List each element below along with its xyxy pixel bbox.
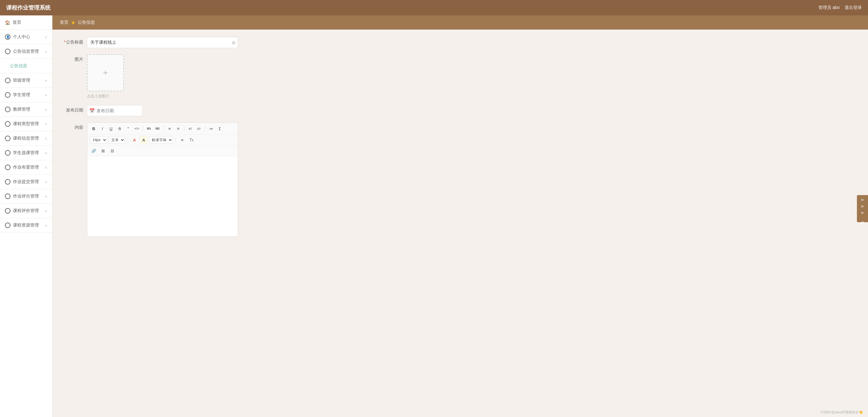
toolbar-row1: B I U S " </> H1 H2 ≡ ≡ x2 x2 <box>87 123 238 135</box>
right-panel-item-3[interactable]: A <box>860 211 865 215</box>
sidebar-item-homework-submit-mgmt[interactable]: 作业提交管理 ∨ <box>0 175 52 189</box>
image-label: 图片 <box>62 54 87 62</box>
code-button[interactable]: </> <box>133 125 141 132</box>
italic-button[interactable]: I <box>98 125 106 132</box>
toolbar-separator <box>143 126 143 131</box>
chevron-down-icon: ∨ <box>45 122 47 126</box>
course-type-icon <box>5 121 10 127</box>
homework-grade-icon <box>5 194 10 199</box>
sidebar-item-homework-grade-mgmt[interactable]: 作业评分管理 ∨ <box>0 189 52 204</box>
insert-link-button[interactable]: 🔗 <box>90 147 98 155</box>
sidebar-item-homework-mgmt[interactable]: 作业布置管理 ∨ <box>0 160 52 175</box>
sidebar-item-course-mgmt[interactable]: 课程信息管理 ∨ <box>0 131 52 146</box>
plus-icon: + <box>103 68 108 78</box>
insert-table-button[interactable]: ⊟ <box>108 147 116 155</box>
sidebar-item-course-resource-mgmt[interactable]: 课程资源管理 ∨ <box>0 218 52 233</box>
sidebar: 🏠 首页 👤 个人中心 ∨ 公告信息管理 ∨ 公告信息 <box>0 15 53 417</box>
bold-button[interactable]: B <box>90 125 98 132</box>
content-label: 内容 <box>62 122 87 130</box>
superscript-button[interactable]: x2 <box>195 125 203 132</box>
sidebar-item-profile[interactable]: 👤 个人中心 ∨ <box>0 30 52 44</box>
sidebar-item-student-course-mgmt[interactable]: 学生选课管理 ∨ <box>0 146 52 160</box>
course-eval-icon <box>5 208 10 214</box>
font-family-select[interactable]: 标准字体 <box>149 136 173 143</box>
toolbar-separator <box>176 137 176 143</box>
sidebar-item-label: 班级管理 <box>13 78 30 83</box>
date-label: 发布日期 <box>62 105 87 113</box>
right-panel-item-1[interactable]: A <box>860 197 865 202</box>
calendar-icon: 📅 <box>89 108 95 113</box>
paragraph-select[interactable]: 文本 H1 H2 <box>108 136 125 143</box>
breadcrumb-current: 公告信息 <box>78 20 95 25</box>
sidebar-item-home[interactable]: 🏠 首页 <box>0 15 52 30</box>
sidebar-item-notice-mgmt[interactable]: 公告信息管理 ∨ <box>0 44 52 59</box>
sidebar-item-label: 公告信息管理 <box>13 49 39 54</box>
strikethrough-button[interactable]: S <box>116 125 124 132</box>
align-left-button[interactable]: ≡ <box>178 136 186 144</box>
h1-button[interactable]: H1 <box>145 125 153 132</box>
student-course-icon <box>5 150 10 156</box>
editor-body[interactable] <box>87 156 238 236</box>
sidebar-item-label: 个人中心 <box>13 34 30 40</box>
right-panel-item-2[interactable]: A <box>860 204 865 208</box>
chevron-down-icon: ∨ <box>45 224 47 227</box>
title-input[interactable] <box>87 37 238 48</box>
chevron-down-icon: ∨ <box>45 93 47 97</box>
sidebar-item-class-mgmt[interactable]: 班级管理 ∨ <box>0 73 52 88</box>
font-size-select[interactable]: 14px 12px 16px 18px 24px <box>90 136 107 143</box>
main-content: 首页 ★ 公告信息 *公告标题 ⊗ 图片 + <box>53 15 868 417</box>
clear-icon[interactable]: ⊗ <box>231 40 236 45</box>
blockquote-button[interactable]: " <box>124 125 132 132</box>
class-icon <box>5 78 10 83</box>
right-panel-item-4[interactable]: 模 <box>860 217 866 220</box>
sidebar-item-label: 课程信息管理 <box>13 136 39 141</box>
chevron-down-icon: ∨ <box>45 209 47 213</box>
unordered-list-button[interactable]: ≡ <box>174 125 182 132</box>
profile-icon: 👤 <box>5 34 10 40</box>
bg-color-button[interactable]: A <box>140 136 148 144</box>
sidebar-item-label: 作业提交管理 <box>13 179 39 185</box>
chevron-down-icon: ∨ <box>45 108 47 111</box>
home-icon: 🏠 <box>5 20 10 25</box>
ordered-list-button[interactable]: ≡ <box>165 125 174 132</box>
star-icon: ★ <box>71 20 75 26</box>
required-mark: * <box>64 39 65 44</box>
h2-button[interactable]: H2 <box>154 125 162 132</box>
subscript-button[interactable]: x2 <box>186 125 194 132</box>
breadcrumb-home[interactable]: 首页 <box>60 20 68 25</box>
rich-text-editor: B I U S " </> H1 H2 ≡ ≡ x2 x2 <box>87 122 238 237</box>
font-color-button[interactable]: A <box>130 136 138 144</box>
title-label: *公告标题 <box>62 37 87 45</box>
sidebar-item-label: 首页 <box>13 20 21 25</box>
chevron-down-icon: ∨ <box>45 137 47 140</box>
logout-link[interactable]: 退出登录 <box>844 5 862 10</box>
chevron-down-icon: ∨ <box>45 35 47 39</box>
course-icon <box>5 136 10 141</box>
course-resource-icon <box>5 223 10 228</box>
sidebar-item-label: 学生管理 <box>13 92 30 98</box>
sidebar-item-label: 公告信息 <box>10 63 27 69</box>
user-area: 管理员 abo 退出登录 <box>818 5 862 10</box>
image-upload-box[interactable]: + <box>87 54 124 91</box>
user-label: 管理员 abo <box>818 5 840 10</box>
teacher-icon <box>5 107 10 112</box>
image-row: 图片 + 点击上传图片 <box>62 54 858 99</box>
attribution: CSDN @Java开源领先生👋 <box>820 410 863 415</box>
date-input[interactable] <box>87 105 143 116</box>
outdent-button[interactable]: ↥ <box>216 125 223 132</box>
breadcrumb: 首页 ★ 公告信息 <box>53 15 868 30</box>
title-row: *公告标题 ⊗ <box>62 37 858 48</box>
sidebar-item-teacher-mgmt[interactable]: 教师管理 ∨ <box>0 102 52 117</box>
toolbar-separator <box>205 126 205 131</box>
sidebar-item-notice[interactable]: 公告信息 <box>0 59 52 73</box>
sidebar-item-course-eval-mgmt[interactable]: 课程评价管理 ∨ <box>0 204 52 218</box>
clear-format-button[interactable]: Tx <box>187 136 195 144</box>
sidebar-item-course-type-mgmt[interactable]: 课程类型管理 ∨ <box>0 117 52 131</box>
sidebar-item-label: 教师管理 <box>13 107 30 112</box>
underline-button[interactable]: U <box>107 125 115 132</box>
insert-image-button[interactable]: ⊞ <box>99 147 107 155</box>
sidebar-item-student-mgmt[interactable]: 学生管理 ∨ <box>0 88 52 102</box>
layout: 🏠 首页 👤 个人中心 ∨ 公告信息管理 ∨ 公告信息 <box>0 15 868 417</box>
indent-button[interactable]: ↣ <box>207 125 215 132</box>
chevron-down-icon: ∨ <box>45 151 47 155</box>
